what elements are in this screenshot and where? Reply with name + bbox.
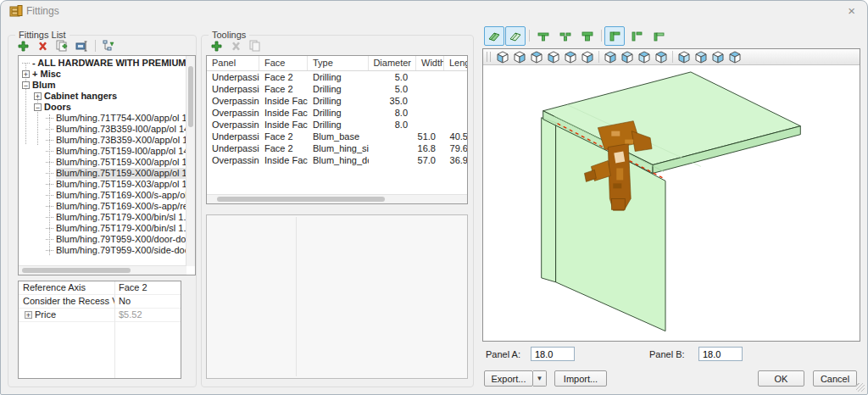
property-row[interactable]: Consider the Recess Value No bbox=[19, 295, 181, 309]
panel-b-toggle[interactable] bbox=[505, 26, 526, 46]
column-header[interactable]: Diameter bbox=[369, 56, 416, 70]
tooling-row[interactable]: OverpassingInside FaceBlum_hing_door57.0… bbox=[207, 154, 467, 166]
collapse-minus-icon[interactable]: − bbox=[22, 81, 30, 89]
tree-item[interactable]: Blum/hing.73B359-I00/app/ol 14 bbox=[19, 124, 186, 135]
view-bottom-icon[interactable] bbox=[581, 51, 594, 64]
view-iso-1-icon[interactable] bbox=[604, 51, 617, 64]
column-header[interactable]: Width bbox=[416, 56, 444, 70]
view-iso-4-icon[interactable] bbox=[654, 51, 668, 64]
column-header[interactable]: Face bbox=[259, 56, 308, 70]
column-header[interactable]: Length bbox=[444, 56, 468, 70]
column-header[interactable]: Panel bbox=[207, 56, 259, 70]
tree-item[interactable]: Blum/hing.75T169-X00/s-app/rec bbox=[19, 201, 186, 212]
scrollbar-thumb[interactable] bbox=[217, 197, 385, 202]
collapse-minus-icon[interactable]: − bbox=[34, 103, 42, 111]
fittings-dialog: Fittings × Fittings List bbox=[0, 0, 868, 395]
panel-a-input[interactable] bbox=[531, 347, 575, 361]
tree-item[interactable]: Blum/hing.79T959-X00/door-doo bbox=[19, 234, 186, 245]
tree-item[interactable]: −Doors bbox=[19, 102, 186, 113]
tree-item[interactable]: Blum/hing.75T159-I00/app/ol 14 bbox=[19, 146, 186, 157]
ok-button[interactable]: OK bbox=[758, 370, 804, 387]
export-button[interactable]: Export... bbox=[484, 370, 533, 387]
tree-stub bbox=[46, 195, 53, 196]
view-cube-toolbar bbox=[483, 49, 860, 65]
column-divider bbox=[296, 217, 297, 376]
toolbar-grip[interactable] bbox=[487, 52, 491, 62]
fitting-properties-table: Reference Axis Face 2 Consider the Reces… bbox=[18, 281, 181, 379]
tree-item-selected[interactable]: Blum/hing.75T159-X00/app/ol 14 bbox=[19, 168, 186, 179]
tooling-row[interactable]: OverpassingInside FaceDrilling8.0 bbox=[207, 107, 467, 119]
expand-plus-icon[interactable]: + bbox=[25, 311, 32, 319]
tooling-row[interactable]: UnderpassingFace 2Drilling5.0 bbox=[207, 71, 467, 83]
toolbar-separator bbox=[95, 40, 96, 52]
duplicate-icon[interactable] bbox=[55, 39, 70, 53]
close-icon[interactable]: × bbox=[848, 3, 855, 18]
tree-item[interactable]: Blum/hing.75T179-X00/bin/sl 1.5 bbox=[19, 212, 186, 223]
expand-plus-icon[interactable]: + bbox=[22, 70, 30, 78]
tooling-row[interactable]: UnderpassingFace 2Drilling5.0 bbox=[207, 83, 467, 95]
view-left-icon[interactable] bbox=[530, 51, 543, 64]
tree-item[interactable]: +Cabinet hangers bbox=[19, 91, 186, 102]
tree-item[interactable]: Blum/hing.75T159-X03/app/ol 11 bbox=[19, 179, 186, 190]
junction-l-3-icon bbox=[652, 31, 665, 42]
duplicate-icon-disabled bbox=[248, 39, 263, 53]
fittings-tree[interactable]: - ALL HARDWARE WITH PREMIUM S ++ Misc −B… bbox=[18, 55, 196, 275]
tree-item[interactable]: Blum/hing.75T179-X00/bin/sl 1.5 bbox=[19, 223, 186, 234]
panel-b-input[interactable] bbox=[698, 347, 743, 361]
tree-item[interactable]: Blum/hing.75T169-X00/s-app/ol 4 bbox=[19, 190, 186, 201]
expand-plus-icon[interactable]: + bbox=[34, 92, 42, 100]
import-button[interactable]: Import... bbox=[554, 370, 607, 387]
scrollbar-thumb[interactable] bbox=[22, 268, 131, 273]
panel-junction-3d-scene[interactable] bbox=[483, 65, 860, 342]
tooling-row[interactable]: OverpassingInside FaceDrilling8.0 bbox=[207, 119, 467, 131]
junction-t-3-button[interactable] bbox=[577, 26, 598, 46]
view-iso-2-icon[interactable] bbox=[620, 51, 634, 64]
tree-item[interactable]: Blum/hing.73B359-X00/app/ol 16 bbox=[19, 135, 186, 146]
view-iso-8-icon[interactable] bbox=[728, 51, 742, 64]
toolings-table[interactable]: Panel Face Type Diameter Width Length D … bbox=[206, 55, 468, 204]
fittings-toolbar bbox=[16, 39, 116, 53]
view-iso-3-icon[interactable] bbox=[637, 51, 651, 64]
column-header[interactable]: Type bbox=[308, 56, 369, 70]
panel-a-toggle[interactable] bbox=[484, 26, 504, 46]
tree-vertical-scrollbar[interactable] bbox=[186, 56, 195, 266]
export-dropdown-arrow[interactable]: ▼ bbox=[533, 370, 547, 387]
cancel-button[interactable]: Cancel bbox=[813, 370, 857, 387]
delete-icon[interactable] bbox=[36, 39, 50, 53]
property-row[interactable]: +Price $5.52 bbox=[19, 309, 181, 322]
tree-item[interactable]: Blum/hing.75T159-X00/app/ol 14 bbox=[19, 157, 186, 168]
tree-stub bbox=[46, 173, 53, 174]
resize-grip[interactable] bbox=[856, 383, 865, 392]
tree-stub bbox=[46, 217, 53, 218]
add-icon[interactable] bbox=[16, 39, 31, 53]
view-iso-6-icon[interactable] bbox=[694, 51, 708, 64]
tree-item[interactable]: Blum/hing.71T754-X00/app/ol 14 bbox=[19, 113, 186, 124]
tree-item[interactable]: Blum/hing.79T959-X00/side-door bbox=[19, 245, 186, 256]
tooling-row[interactable]: UnderpassingFace 2Blum_base51.040.5 bbox=[207, 131, 467, 142]
scrollbar-thumb[interactable] bbox=[188, 66, 193, 127]
tree-item[interactable]: - ALL HARDWARE WITH PREMIUM S bbox=[19, 58, 186, 69]
toolbar-separator bbox=[598, 51, 599, 63]
preview-3d-viewport[interactable] bbox=[482, 48, 860, 342]
junction-t-1-button[interactable] bbox=[533, 26, 554, 46]
toolings-horizontal-scrollbar[interactable] bbox=[207, 194, 467, 203]
view-back-icon[interactable] bbox=[513, 51, 526, 64]
junction-l-1-button[interactable] bbox=[604, 26, 625, 46]
view-iso-5-icon[interactable] bbox=[677, 51, 691, 64]
property-row[interactable]: Reference Axis Face 2 bbox=[19, 281, 181, 295]
view-front-icon[interactable] bbox=[496, 51, 509, 64]
view-right-icon[interactable] bbox=[547, 51, 560, 64]
view-top-icon[interactable] bbox=[564, 51, 577, 64]
rename-icon[interactable] bbox=[75, 39, 89, 53]
tree-item[interactable]: ++ Misc bbox=[19, 69, 186, 80]
tooling-row[interactable]: OverpassingInside FaceDrilling35.0 bbox=[207, 95, 467, 107]
add-icon[interactable] bbox=[209, 39, 224, 53]
junction-t-2-button[interactable] bbox=[555, 26, 576, 46]
tooling-row[interactable]: UnderpassingFace 2Blum_hing_side16.879.6 bbox=[207, 142, 467, 154]
assign-tree-icon[interactable] bbox=[102, 39, 116, 53]
junction-l-3-button[interactable] bbox=[648, 26, 669, 46]
junction-l-2-button[interactable] bbox=[626, 26, 647, 46]
tree-item[interactable]: −Blum bbox=[19, 80, 186, 91]
tree-horizontal-scrollbar[interactable] bbox=[19, 265, 186, 275]
view-iso-7-icon[interactable] bbox=[711, 51, 725, 64]
